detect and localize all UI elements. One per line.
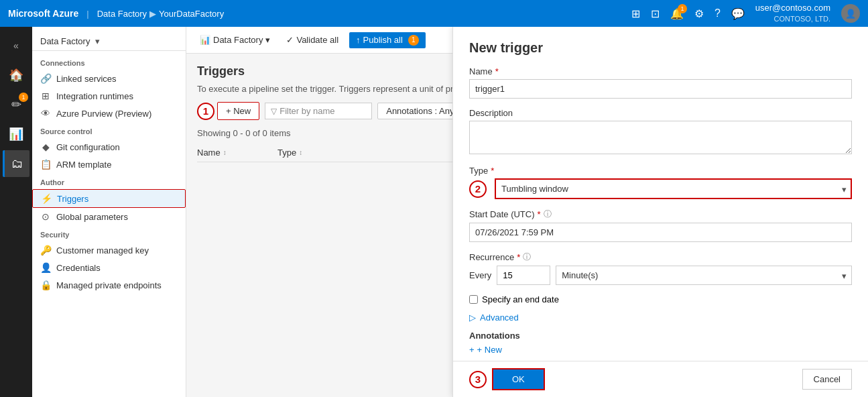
triggers-label: Triggers: [57, 194, 88, 204]
start-date-required: *: [538, 209, 541, 219]
recurrence-info-icon[interactable]: ⓘ: [523, 251, 531, 263]
new-trigger-label: + New: [226, 106, 251, 116]
description-label-text: Description: [469, 108, 513, 118]
integration-runtimes-label: Integration runtimes: [56, 91, 133, 101]
start-date-label-text: Start Date (UTC): [469, 209, 535, 219]
end-date-checkbox[interactable]: [469, 295, 478, 304]
filter-icon: ▽: [271, 107, 277, 116]
triggers-icon: ⚡: [41, 193, 52, 204]
recurrence-every-label: Every: [469, 270, 491, 280]
publish-icon: ↑: [356, 35, 361, 45]
rail-manage[interactable]: 🗂: [3, 150, 29, 177]
help-icon[interactable]: ?: [715, 7, 721, 19]
cancel-button[interactable]: Cancel: [802, 369, 852, 390]
rail-pencil[interactable]: ✏ 1: [3, 91, 29, 118]
advanced-row[interactable]: ▷ Advanced: [469, 313, 852, 323]
ok-button[interactable]: OK: [492, 368, 545, 390]
description-field-group: Description: [469, 108, 852, 156]
annotations-filter-label: Annotations : Any: [386, 106, 454, 116]
section-security: Security: [32, 225, 186, 241]
col-name: Name ↕: [197, 148, 277, 158]
col-name-label: Name: [197, 148, 221, 158]
rail-home[interactable]: 🏠: [3, 62, 29, 89]
sidebar-item-git-config[interactable]: ◆ Git configuration: [32, 138, 186, 156]
recurrence-label: Recurrence * ⓘ: [469, 251, 852, 263]
start-date-field-group: Start Date (UTC) * ⓘ: [469, 209, 852, 242]
annotations-new-button[interactable]: + + New: [469, 345, 852, 355]
user-info: user@contoso.com CONTOSO, LTD.: [755, 3, 830, 23]
user-org: CONTOSO, LTD.: [755, 14, 830, 23]
description-input[interactable]: [469, 121, 852, 154]
chart-icon: 📊: [200, 35, 210, 45]
private-endpoints-icon: 🔒: [40, 280, 51, 290]
sidebar-item-triggers[interactable]: ⚡ Triggers: [32, 189, 186, 208]
avatar[interactable]: 👤: [841, 4, 860, 23]
step3-label: 3: [469, 371, 487, 388]
directory-icon[interactable]: ⊡: [651, 7, 660, 20]
panel-footer: 3 OK Cancel: [453, 361, 868, 397]
publish-label: Publish all: [363, 35, 403, 45]
recurrence-unit-select[interactable]: Second(s) Minute(s) Hour(s) Day(s) Week(…: [556, 266, 852, 285]
breadcrumb-your-data-factory[interactable]: YourDataFactory: [159, 9, 224, 19]
linked-services-icon: 🔗: [40, 73, 51, 84]
notifications-icon[interactable]: 🔔 1: [670, 7, 684, 20]
integration-runtimes-icon: ⊞: [40, 91, 51, 101]
recurrence-unit-wrapper: Second(s) Minute(s) Hour(s) Day(s) Week(…: [556, 266, 852, 285]
linked-services-label: Linked services: [56, 74, 117, 84]
start-date-input[interactable]: [469, 223, 852, 242]
rail-collapse[interactable]: «: [3, 32, 29, 59]
purview-label: Azure Purview (Preview): [56, 109, 151, 119]
annotations-new-label: + New: [477, 345, 502, 355]
sidebar-item-credentials[interactable]: 👤 Credentials: [32, 259, 186, 276]
annotations-filter-button[interactable]: Annotations : Any: [377, 103, 462, 119]
git-icon: ◆: [40, 141, 51, 152]
triggers-desc-text: To execute a pipeline set the trigger. T…: [197, 84, 453, 94]
content-area: 📊 Data Factory ▾ ✓ Validate all ↑ Publis…: [186, 27, 868, 397]
type-select[interactable]: Schedule Tumbling window Event Custom ev…: [495, 178, 852, 199]
sidebar-item-private-endpoints[interactable]: 🔒 Managed private endpoints: [32, 276, 186, 294]
sidebar-item-arm-template[interactable]: 📋 ARM template: [32, 156, 186, 173]
filter-input-wrapper[interactable]: ▽ Filter by name: [265, 103, 372, 119]
breadcrumb-data-factory[interactable]: Data Factory: [97, 9, 147, 19]
sidebar-item-integration-runtimes[interactable]: ⊞ Integration runtimes: [32, 87, 186, 105]
start-date-info-icon[interactable]: ⓘ: [544, 209, 552, 220]
sidebar-item-linked-services[interactable]: 🔗 Linked services: [32, 70, 186, 87]
validate-label: Validate all: [296, 35, 338, 45]
feedback-icon[interactable]: 💬: [731, 7, 745, 20]
private-endpoints-label: Managed private endpoints: [56, 280, 162, 290]
publish-badge: 1: [408, 35, 419, 46]
sidebar-item-purview[interactable]: 👁 Azure Purview (Preview): [32, 105, 186, 122]
credentials-label: Credentials: [56, 263, 101, 273]
cancel-label: Cancel: [814, 374, 841, 384]
advanced-label: Advanced: [480, 313, 519, 323]
top-bar: Microsoft Azure | Data Factory ▶ YourDat…: [0, 0, 868, 27]
col-type: Type ↕: [277, 148, 358, 158]
rail-monitor[interactable]: 📊: [3, 121, 29, 148]
annotations-section-label: Annotations: [469, 331, 852, 341]
settings-icon[interactable]: ⚙: [694, 7, 704, 20]
sidebar-toolbar: Data Factory ▾: [32, 32, 186, 51]
sidebar-dropdown-icon[interactable]: ▾: [95, 36, 100, 46]
brand-sep: |: [86, 9, 88, 19]
col-type-sort[interactable]: ↕: [299, 149, 302, 156]
top-bar-icons: ⊞ ⊡ 🔔 1 ⚙ ? 💬 user@contoso.com CONTOSO, …: [631, 3, 860, 23]
advanced-expand-icon: ▷: [469, 313, 476, 323]
launch-icon[interactable]: ⊞: [631, 7, 640, 20]
sidebar-item-global-params[interactable]: ⊙ Global parameters: [32, 208, 186, 225]
name-input[interactable]: [469, 79, 852, 99]
col-name-sort[interactable]: ↕: [223, 149, 227, 156]
new-trigger-button[interactable]: + New: [217, 102, 259, 120]
publish-all-button[interactable]: ↑ Publish all 1: [349, 32, 426, 48]
annotations-section: Annotations + + New: [469, 331, 852, 355]
data-factory-toolbar-label: Data Factory: [213, 35, 263, 45]
sidebar-data-factory-label: Data Factory: [40, 36, 90, 46]
recurrence-value-input[interactable]: [497, 266, 550, 285]
ok-label: OK: [512, 374, 525, 384]
sidebar-item-customer-key[interactable]: 🔑 Customer managed key: [32, 241, 186, 259]
name-required: *: [495, 66, 499, 76]
data-factory-toolbar-item[interactable]: 📊 Data Factory ▾: [194, 32, 275, 48]
breadcrumb: Data Factory ▶ YourDataFactory: [97, 9, 225, 19]
dropdown-icon: ▾: [265, 35, 270, 45]
validate-all-button[interactable]: ✓ Validate all: [281, 32, 344, 48]
icon-rail: « 🏠 ✏ 1 📊 🗂: [0, 27, 32, 397]
